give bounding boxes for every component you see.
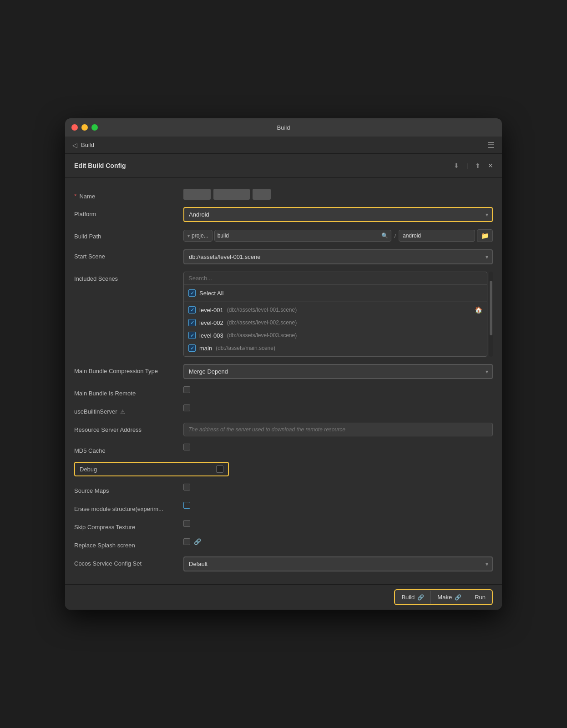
scenes-scrollbar-thumb (490, 281, 492, 335)
window-title: Build (277, 124, 290, 131)
debug-label: Debug (80, 466, 211, 473)
scene-item-main[interactable]: main (db://assets/main.scene) (184, 342, 487, 354)
scene-item-level001[interactable]: level-001 (db://assets/level-001.scene) … (184, 303, 487, 316)
replace-splash-control: 🔗 (183, 538, 493, 545)
erase-module-row: Erase module structure(experim... (74, 498, 493, 516)
replace-splash-checkbox[interactable] (183, 538, 190, 545)
action-buttons: Build 🔗 Make 🔗 Run (394, 589, 493, 605)
name-block-3 (253, 189, 271, 200)
platform-select-wrapper: AndroidiOSWebWindowsMacLinux ▾ (183, 207, 493, 222)
main-bundle-remote-row: Main Bundle Is Remote (74, 383, 493, 401)
select-all-checkbox[interactable] (188, 289, 196, 297)
maximize-window-button[interactable] (91, 124, 98, 131)
close-window-button[interactable] (71, 124, 78, 131)
skip-compress-row: Skip Compress Texture (74, 516, 493, 535)
scene-path-level003: (db://assets/level-003.scene) (227, 332, 297, 339)
scene-name-main: main (199, 345, 212, 352)
replace-splash-row: Replace Splash screen 🔗 (74, 535, 493, 553)
menu-bar-right[interactable]: ☰ (487, 140, 495, 150)
scene-checkbox-level002[interactable] (188, 319, 196, 326)
start-scene-select-wrapper: db://assets/level-001.scene ▾ (183, 249, 493, 264)
build-path-label: Build Path (74, 229, 183, 240)
scene-item-level003[interactable]: level-003 (db://assets/level-003.scene) (184, 329, 487, 342)
start-scene-row: Start Scene db://assets/level-001.scene … (74, 246, 493, 268)
scene-path-level001: (db://assets/level-001.scene) (227, 307, 297, 313)
debug-checkbox[interactable] (216, 465, 223, 473)
erase-module-label: Erase module structure(experim... (74, 502, 183, 512)
build-path-right (399, 230, 475, 242)
name-block-2 (213, 189, 250, 200)
menu-bar-title: Build (81, 142, 94, 148)
scenes-search-bar (184, 272, 487, 285)
platform-label: Platform (74, 207, 183, 217)
debug-row: Debug (74, 458, 493, 480)
md5-cache-checkbox[interactable] (183, 444, 190, 450)
cocos-service-row: Cocos Service Config Set Default ▾ (74, 553, 493, 575)
main-window: Build ◁ Build ☰ Edit Build Config ⬇ | ⬆ … (65, 118, 502, 610)
main-bundle-compression-label: Main Bundle Compression Type (74, 364, 183, 374)
use-builtin-server-label: useBuiltinServer ⚠ (74, 404, 183, 415)
main-bundle-remote-checkbox[interactable] (183, 386, 190, 393)
use-builtin-server-control (183, 404, 493, 411)
title-bar: Build (65, 118, 502, 136)
scene-path-main: (db://assets/main.scene) (216, 345, 275, 351)
included-scenes-row: Included Scenes Select Al (74, 268, 493, 360)
skip-compress-control (183, 520, 493, 527)
source-maps-checkbox[interactable] (183, 484, 190, 490)
make-button[interactable]: Make 🔗 (431, 590, 468, 604)
use-builtin-server-checkbox[interactable] (183, 404, 190, 411)
scene-name-level002: level-002 (199, 319, 223, 326)
cocos-service-select[interactable]: Default (183, 556, 493, 571)
resource-server-input[interactable] (183, 423, 493, 436)
source-maps-control (183, 484, 493, 490)
window-controls (71, 124, 98, 131)
scenes-scrollbar[interactable] (489, 272, 493, 357)
platform-select[interactable]: AndroidiOSWebWindowsMacLinux (183, 207, 493, 222)
menu-bar-left: ◁ Build (72, 142, 94, 149)
scene-checkbox-main[interactable] (188, 344, 196, 352)
import-button[interactable]: ⬇ (452, 161, 461, 170)
scene-checkbox-level001[interactable] (188, 306, 196, 313)
dialog-close-button[interactable]: × (488, 162, 493, 170)
build-path-mid: 🔍 (214, 230, 392, 242)
main-bundle-remote-control (183, 386, 493, 393)
home-icon: 🏠 (475, 306, 482, 313)
md5-cache-row: MD5 Cache (74, 440, 493, 458)
minimize-window-button[interactable] (81, 124, 88, 131)
skip-compress-checkbox[interactable] (183, 520, 190, 527)
scenes-search-input[interactable] (188, 275, 482, 282)
included-scenes-control: Select All level-001 (db://assets/level-… (183, 272, 493, 357)
erase-module-checkbox[interactable] (183, 502, 190, 509)
compression-select-wrapper: Merge Depend Compress All Merge All JSON… (183, 364, 493, 379)
path-slash: / (393, 233, 397, 239)
name-label: * Name (74, 189, 183, 200)
dialog-body: * Name Platform AndroidiOSWebWind (65, 178, 502, 584)
run-button[interactable]: Run (468, 590, 492, 604)
start-scene-select[interactable]: db://assets/level-001.scene (183, 249, 493, 264)
android-input[interactable] (403, 233, 471, 239)
external-link-icon[interactable]: 🔗 (194, 538, 201, 545)
scene-item-level002[interactable]: level-002 (db://assets/level-002.scene) (184, 316, 487, 329)
dialog-header-actions: ⬇ | ⬆ × (452, 161, 493, 170)
scene-path-level002: (db://assets/level-002.scene) (227, 319, 297, 326)
folder-button[interactable]: 📁 (477, 229, 493, 242)
source-maps-label: Source Maps (74, 484, 183, 494)
resource-server-control (183, 423, 493, 436)
required-star: * (74, 192, 76, 200)
cocos-service-label: Cocos Service Config Set (74, 556, 183, 567)
use-builtin-server-row: useBuiltinServer ⚠ (74, 401, 493, 419)
md5-cache-control (183, 444, 493, 450)
scenes-panel-wrapper: Select All level-001 (db://assets/level-… (183, 272, 493, 357)
project-segment[interactable]: ▾ proje... (183, 230, 213, 242)
scenes-list: Select All level-001 (db://assets/level-… (184, 285, 487, 356)
export-button[interactable]: ⬆ (473, 161, 482, 170)
scene-checkbox-level003[interactable] (188, 332, 196, 339)
skip-compress-label: Skip Compress Texture (74, 520, 183, 531)
platform-row: Platform AndroidiOSWebWindowsMacLinux ▾ (74, 203, 493, 226)
build-button[interactable]: Build 🔗 (395, 590, 430, 604)
select-all-item[interactable]: Select All (184, 287, 487, 299)
compression-select[interactable]: Merge Depend Compress All Merge All JSON (183, 364, 493, 379)
build-path-row: Build Path ▾ proje... 🔍 / (74, 226, 493, 246)
build-input[interactable] (218, 233, 379, 239)
menu-bar: ◁ Build ☰ (65, 136, 502, 154)
